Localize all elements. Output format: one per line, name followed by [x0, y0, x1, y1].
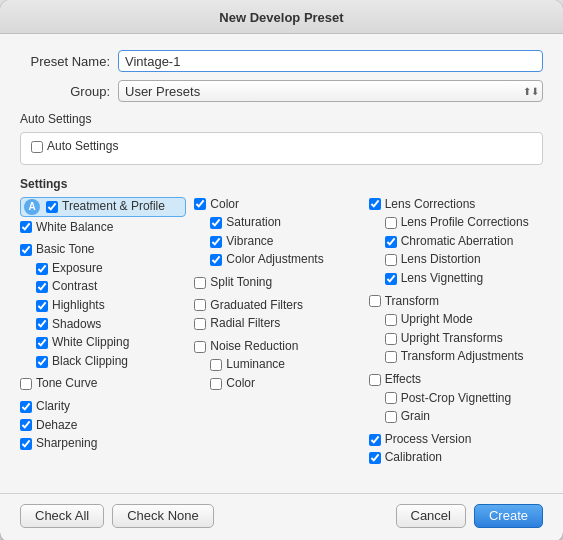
saturation-checkbox[interactable]	[210, 217, 222, 229]
upright-mode-item: Upright Mode	[369, 312, 535, 328]
clarity-checkbox[interactable]	[20, 401, 32, 413]
sharpening-label: Sharpening	[36, 436, 97, 452]
post-crop-vignetting-checkbox[interactable]	[385, 392, 397, 404]
upright-transforms-item: Upright Transforms	[369, 331, 535, 347]
check-all-button[interactable]: Check All	[20, 504, 104, 528]
vibrance-label: Vibrance	[226, 234, 273, 250]
dehaze-checkbox[interactable]	[20, 419, 32, 431]
lens-distortion-checkbox[interactable]	[385, 254, 397, 266]
col-3: Lens Corrections Lens Profile Correction…	[369, 197, 543, 469]
lens-profile-corrections-item: Lens Profile Corrections	[369, 215, 535, 231]
color-noise-checkbox[interactable]	[210, 378, 222, 390]
grain-checkbox[interactable]	[385, 411, 397, 423]
transform-adjustments-checkbox[interactable]	[385, 351, 397, 363]
basic-tone-checkbox[interactable]	[20, 244, 32, 256]
calibration-checkbox[interactable]	[369, 452, 381, 464]
dialog-title: New Develop Preset	[0, 0, 563, 34]
color-adjustments-label: Color Adjustments	[226, 252, 323, 268]
auto-settings-item: Auto Settings	[31, 139, 532, 155]
lens-profile-corrections-label: Lens Profile Corrections	[401, 215, 529, 231]
split-toning-checkbox[interactable]	[194, 277, 206, 289]
group-select[interactable]: User Presets Default Presets	[118, 80, 543, 102]
radial-filters-checkbox[interactable]	[194, 318, 206, 330]
noise-reduction-checkbox[interactable]	[194, 341, 206, 353]
lens-corrections-label: Lens Corrections	[385, 197, 476, 213]
tone-curve-checkbox[interactable]	[20, 378, 32, 390]
color-label: Color	[210, 197, 239, 213]
post-crop-vignetting-label: Post-Crop Vignetting	[401, 391, 512, 407]
color-noise-label: Color	[226, 376, 255, 392]
lens-distortion-item: Lens Distortion	[369, 252, 535, 268]
post-crop-vignetting-item: Post-Crop Vignetting	[369, 391, 535, 407]
lens-corrections-checkbox[interactable]	[369, 198, 381, 210]
luminance-checkbox[interactable]	[210, 359, 222, 371]
calibration-label: Calibration	[385, 450, 442, 466]
shadows-checkbox[interactable]	[36, 318, 48, 330]
effects-checkbox[interactable]	[369, 374, 381, 386]
grain-label: Grain	[401, 409, 430, 425]
group-select-wrapper: User Presets Default Presets ⬆⬇	[118, 80, 543, 102]
white-clipping-checkbox[interactable]	[36, 337, 48, 349]
exposure-checkbox[interactable]	[36, 263, 48, 275]
upright-mode-checkbox[interactable]	[385, 314, 397, 326]
grain-item: Grain	[369, 409, 535, 425]
treatment-profile-checkbox[interactable]	[46, 201, 58, 213]
a-badge: A	[24, 199, 40, 215]
highlights-item: Highlights	[20, 298, 186, 314]
basic-tone-label: Basic Tone	[36, 242, 94, 258]
contrast-checkbox[interactable]	[36, 281, 48, 293]
transform-adjustments-label: Transform Adjustments	[401, 349, 524, 365]
white-balance-checkbox[interactable]	[20, 221, 32, 233]
chromatic-aberration-checkbox[interactable]	[385, 236, 397, 248]
highlights-checkbox[interactable]	[36, 300, 48, 312]
split-toning-label: Split Toning	[210, 275, 272, 291]
highlights-label: Highlights	[52, 298, 105, 314]
process-version-label: Process Version	[385, 432, 472, 448]
footer: Check All Check None Cancel Create	[0, 493, 563, 540]
dehaze-item: Dehaze	[20, 418, 186, 434]
preset-name-input[interactable]	[118, 50, 543, 72]
shadows-item: Shadows	[20, 317, 186, 333]
color-item: Color	[194, 197, 360, 213]
graduated-filters-checkbox[interactable]	[194, 299, 206, 311]
group-row: Group: User Presets Default Presets ⬆⬇	[20, 80, 543, 102]
radial-filters-item: Radial Filters	[194, 316, 360, 332]
preset-name-row: Preset Name:	[20, 50, 543, 72]
auto-settings-label: Auto Settings	[47, 139, 118, 155]
black-clipping-label: Black Clipping	[52, 354, 128, 370]
contrast-label: Contrast	[52, 279, 97, 295]
footer-right: Cancel Create	[396, 504, 544, 528]
auto-settings-box: Auto Settings	[20, 132, 543, 165]
lens-vignetting-label: Lens Vignetting	[401, 271, 484, 287]
upright-transforms-checkbox[interactable]	[385, 333, 397, 345]
group-label: Group:	[20, 84, 110, 99]
basic-tone-item: Basic Tone	[20, 242, 186, 258]
lens-vignetting-checkbox[interactable]	[385, 273, 397, 285]
split-toning-item: Split Toning	[194, 275, 360, 291]
auto-settings-checkbox[interactable]	[31, 141, 43, 153]
color-checkbox[interactable]	[194, 198, 206, 210]
check-none-button[interactable]: Check None	[112, 504, 214, 528]
lens-profile-corrections-checkbox[interactable]	[385, 217, 397, 229]
vibrance-item: Vibrance	[194, 234, 360, 250]
color-adjustments-checkbox[interactable]	[210, 254, 222, 266]
noise-reduction-item: Noise Reduction	[194, 339, 360, 355]
saturation-label: Saturation	[226, 215, 281, 231]
transform-item: Transform	[369, 294, 535, 310]
exposure-label: Exposure	[52, 261, 103, 277]
dialog: New Develop Preset Preset Name: Group: U…	[0, 0, 563, 540]
lens-corrections-item: Lens Corrections	[369, 197, 535, 213]
white-clipping-item: White Clipping	[20, 335, 186, 351]
create-button[interactable]: Create	[474, 504, 543, 528]
cancel-button[interactable]: Cancel	[396, 504, 466, 528]
black-clipping-checkbox[interactable]	[36, 356, 48, 368]
color-adjustments-item: Color Adjustments	[194, 252, 360, 268]
sharpening-checkbox[interactable]	[20, 438, 32, 450]
luminance-item: Luminance	[194, 357, 360, 373]
vibrance-checkbox[interactable]	[210, 236, 222, 248]
luminance-label: Luminance	[226, 357, 285, 373]
color-noise-item: Color	[194, 376, 360, 392]
process-version-checkbox[interactable]	[369, 434, 381, 446]
transform-checkbox[interactable]	[369, 295, 381, 307]
transform-adjustments-item: Transform Adjustments	[369, 349, 535, 365]
